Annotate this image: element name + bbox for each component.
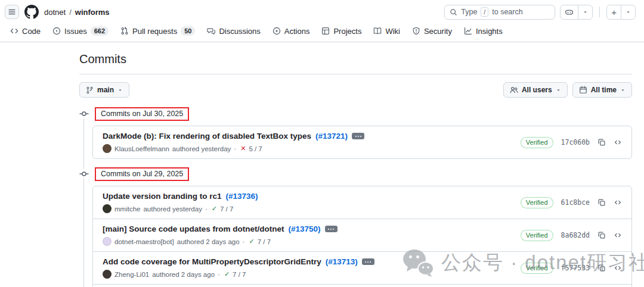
browse-code-button[interactable] bbox=[614, 264, 622, 272]
commit-row: Add unit test for ListViewItemStateImage… bbox=[93, 284, 631, 287]
commit-hash-link[interactable]: f577533 bbox=[561, 264, 590, 272]
commit-pr-link[interactable]: (#13721) bbox=[315, 132, 348, 141]
ellipsis-icon bbox=[365, 261, 371, 263]
breadcrumb-owner-link[interactable]: dotnet bbox=[44, 8, 66, 17]
commit-hash-link[interactable]: 17c060b bbox=[561, 138, 590, 146]
tab-code[interactable]: Code bbox=[6, 24, 45, 38]
issues-counter: 662 bbox=[91, 26, 109, 36]
commit-author-link[interactable]: Zheng-Li01 bbox=[114, 271, 149, 278]
verified-badge[interactable]: Verified bbox=[521, 137, 553, 148]
breadcrumb-repo-link[interactable]: winforms bbox=[75, 8, 110, 17]
verified-badge[interactable]: Verified bbox=[521, 230, 553, 241]
branch-selector-button[interactable]: main bbox=[79, 82, 129, 98]
github-logo[interactable] bbox=[24, 5, 39, 19]
commit-group-header: Commits on Jul 29, 2025 bbox=[79, 166, 632, 182]
commit-row: [main] Source code updates from dotnet/d… bbox=[93, 219, 631, 251]
commit-title-link[interactable]: Update version branding to rc1 bbox=[103, 192, 222, 201]
checks-count-link[interactable]: 7 / 7 bbox=[233, 271, 246, 278]
page-title: Commits bbox=[79, 52, 632, 74]
meta-separator: · bbox=[205, 205, 208, 213]
commit-group-date: Commits on Jul 30, 2025 bbox=[95, 107, 189, 121]
commit-author-link[interactable]: KlausLoeffelmann bbox=[114, 145, 169, 152]
author-avatar[interactable] bbox=[103, 204, 112, 213]
commit-hash-link[interactable]: 61c8bce bbox=[561, 198, 590, 207]
search-icon bbox=[450, 8, 457, 16]
tab-actions[interactable]: Actions bbox=[268, 24, 314, 38]
code-icon bbox=[614, 231, 622, 239]
authored-text: authored 2 days ago bbox=[152, 271, 215, 278]
create-new-button[interactable]: + bbox=[607, 5, 621, 19]
copy-icon bbox=[597, 264, 606, 272]
discussions-icon bbox=[207, 27, 215, 35]
commit-pr-link[interactable]: (#13736) bbox=[226, 192, 258, 201]
copilot-split-button bbox=[560, 5, 593, 20]
browse-code-button[interactable] bbox=[614, 231, 622, 239]
hamburger-menu-button[interactable] bbox=[5, 5, 19, 19]
author-avatar[interactable] bbox=[103, 237, 112, 246]
authored-text: authored 2 days ago bbox=[177, 238, 240, 245]
copilot-button[interactable] bbox=[561, 5, 578, 19]
checks-status-icon: ✓ bbox=[224, 270, 230, 278]
copy-icon bbox=[597, 231, 606, 239]
plus-icon: + bbox=[611, 8, 617, 17]
code-icon bbox=[614, 264, 622, 272]
commit-pr-link[interactable]: (#13713) bbox=[326, 257, 358, 266]
commit-author-link[interactable]: mmitche bbox=[114, 205, 140, 213]
copy-icon bbox=[597, 198, 606, 207]
commit-list: Update version branding to rc1 (#13736) … bbox=[92, 186, 632, 287]
copy-sha-button[interactable] bbox=[597, 138, 606, 146]
copy-sha-button[interactable] bbox=[597, 198, 606, 207]
verified-badge[interactable]: Verified bbox=[521, 263, 553, 274]
copy-sha-button[interactable] bbox=[597, 264, 606, 272]
commit-hash-link[interactable]: 8a682dd bbox=[561, 231, 590, 239]
chevron-down-icon bbox=[620, 88, 626, 93]
checks-count-link[interactable]: 7 / 7 bbox=[258, 238, 271, 245]
search-slash-keycap: / bbox=[481, 7, 488, 17]
copilot-icon bbox=[565, 8, 574, 17]
breadcrumb: dotnet / winforms bbox=[44, 8, 110, 17]
issue-opened-icon bbox=[52, 27, 61, 35]
author-avatar[interactable] bbox=[103, 270, 112, 279]
copy-icon bbox=[597, 138, 606, 146]
checks-status-icon: ✕ bbox=[240, 145, 246, 152]
commit-description-toggle[interactable] bbox=[362, 258, 374, 265]
commit-group: Commits on Jul 29, 2025 Update version b… bbox=[79, 166, 632, 287]
copilot-menu-button[interactable] bbox=[578, 5, 592, 19]
tab-issues[interactable]: Issues 662 bbox=[48, 24, 113, 38]
tab-insights[interactable]: Insights bbox=[460, 24, 507, 38]
git-commit-icon bbox=[79, 109, 89, 118]
ellipsis-icon bbox=[328, 229, 334, 230]
browse-code-button[interactable] bbox=[614, 198, 622, 207]
commit-description-toggle[interactable] bbox=[325, 226, 338, 232]
checks-count-link[interactable]: 5 / 7 bbox=[249, 145, 262, 152]
tab-wiki[interactable]: Wiki bbox=[369, 24, 404, 38]
copy-sha-button[interactable] bbox=[597, 231, 606, 239]
verified-badge[interactable]: Verified bbox=[521, 197, 553, 208]
browse-code-button[interactable] bbox=[614, 138, 622, 146]
global-search-input[interactable]: Type / to search bbox=[444, 5, 555, 20]
commit-author-link[interactable]: dotnet-maestro[bot] bbox=[114, 238, 174, 245]
tab-projects[interactable]: Projects bbox=[317, 24, 366, 38]
git-commit-icon bbox=[79, 169, 89, 179]
table-icon bbox=[321, 27, 330, 35]
book-icon bbox=[373, 27, 382, 35]
tab-discussions[interactable]: Discussions bbox=[203, 24, 264, 38]
author-avatar[interactable] bbox=[103, 144, 112, 153]
tab-security[interactable]: Security bbox=[408, 24, 456, 38]
play-icon bbox=[273, 27, 281, 35]
commit-title-link[interactable]: [main] Source code updates from dotnet/d… bbox=[103, 224, 284, 233]
commit-description-toggle[interactable] bbox=[352, 133, 364, 139]
commit-title-link[interactable]: Add code coverage for MultiPropertyDescr… bbox=[103, 257, 321, 266]
branch-name: main bbox=[97, 86, 114, 94]
global-header: dotnet / winforms Type / to search bbox=[0, 0, 644, 24]
commits-timeline: Commits on Jul 30, 2025 DarkMode (b): Fi… bbox=[79, 106, 632, 287]
commits-page: Commits main All users All time bbox=[79, 52, 632, 287]
tab-pull-requests[interactable]: Pull requests 50 bbox=[116, 24, 199, 38]
all-users-dropdown[interactable]: All users bbox=[503, 82, 568, 98]
checks-count-link[interactable]: 7 / 7 bbox=[220, 205, 233, 213]
commit-title-link[interactable]: DarkMode (b): Fix rendering of disabled … bbox=[103, 132, 311, 141]
commit-pr-link[interactable]: (#13750) bbox=[289, 224, 321, 233]
create-new-menu-button[interactable] bbox=[621, 5, 635, 19]
all-time-dropdown[interactable]: All time bbox=[572, 82, 632, 98]
tab-label: Projects bbox=[333, 27, 361, 36]
